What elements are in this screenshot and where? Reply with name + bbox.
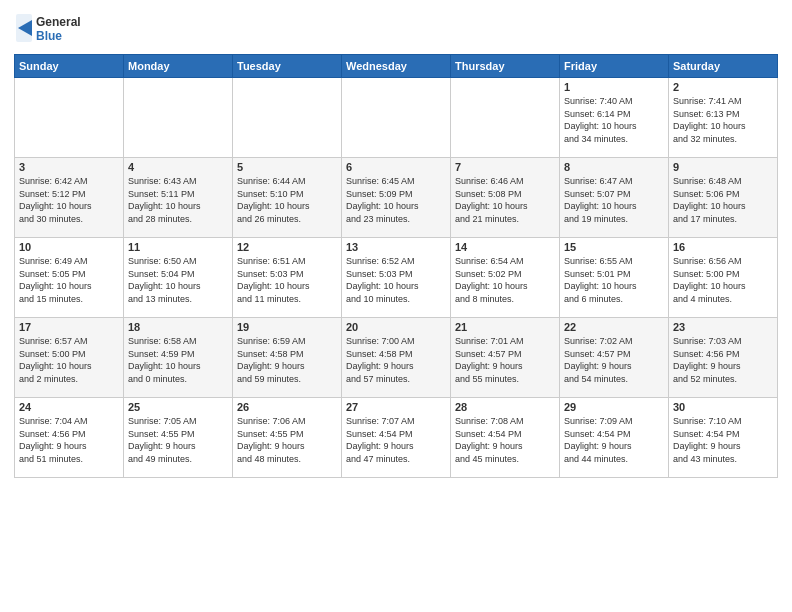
svg-text:General: General bbox=[36, 15, 81, 29]
calendar-cell: 30Sunrise: 7:10 AM Sunset: 4:54 PM Dayli… bbox=[669, 398, 778, 478]
calendar-cell: 17Sunrise: 6:57 AM Sunset: 5:00 PM Dayli… bbox=[15, 318, 124, 398]
day-header-monday: Monday bbox=[124, 55, 233, 78]
day-number: 13 bbox=[346, 241, 446, 253]
day-number: 27 bbox=[346, 401, 446, 413]
day-info: Sunrise: 6:44 AM Sunset: 5:10 PM Dayligh… bbox=[237, 175, 337, 225]
calendar-cell: 2Sunrise: 7:41 AM Sunset: 6:13 PM Daylig… bbox=[669, 78, 778, 158]
day-info: Sunrise: 6:45 AM Sunset: 5:09 PM Dayligh… bbox=[346, 175, 446, 225]
day-number: 23 bbox=[673, 321, 773, 333]
calendar-cell: 15Sunrise: 6:55 AM Sunset: 5:01 PM Dayli… bbox=[560, 238, 669, 318]
calendar-cell: 13Sunrise: 6:52 AM Sunset: 5:03 PM Dayli… bbox=[342, 238, 451, 318]
calendar-header-row: SundayMondayTuesdayWednesdayThursdayFrid… bbox=[15, 55, 778, 78]
day-number: 6 bbox=[346, 161, 446, 173]
day-info: Sunrise: 6:50 AM Sunset: 5:04 PM Dayligh… bbox=[128, 255, 228, 305]
calendar-cell: 4Sunrise: 6:43 AM Sunset: 5:11 PM Daylig… bbox=[124, 158, 233, 238]
day-info: Sunrise: 7:40 AM Sunset: 6:14 PM Dayligh… bbox=[564, 95, 664, 145]
day-info: Sunrise: 6:48 AM Sunset: 5:06 PM Dayligh… bbox=[673, 175, 773, 225]
calendar-cell bbox=[233, 78, 342, 158]
calendar-cell: 28Sunrise: 7:08 AM Sunset: 4:54 PM Dayli… bbox=[451, 398, 560, 478]
day-number: 2 bbox=[673, 81, 773, 93]
calendar-cell bbox=[124, 78, 233, 158]
calendar-cell: 24Sunrise: 7:04 AM Sunset: 4:56 PM Dayli… bbox=[15, 398, 124, 478]
calendar-cell: 9Sunrise: 6:48 AM Sunset: 5:06 PM Daylig… bbox=[669, 158, 778, 238]
day-info: Sunrise: 6:43 AM Sunset: 5:11 PM Dayligh… bbox=[128, 175, 228, 225]
day-number: 10 bbox=[19, 241, 119, 253]
day-info: Sunrise: 7:04 AM Sunset: 4:56 PM Dayligh… bbox=[19, 415, 119, 465]
calendar-cell: 5Sunrise: 6:44 AM Sunset: 5:10 PM Daylig… bbox=[233, 158, 342, 238]
calendar-week-5: 24Sunrise: 7:04 AM Sunset: 4:56 PM Dayli… bbox=[15, 398, 778, 478]
calendar-cell bbox=[342, 78, 451, 158]
day-number: 22 bbox=[564, 321, 664, 333]
calendar-cell: 25Sunrise: 7:05 AM Sunset: 4:55 PM Dayli… bbox=[124, 398, 233, 478]
day-info: Sunrise: 7:07 AM Sunset: 4:54 PM Dayligh… bbox=[346, 415, 446, 465]
day-number: 18 bbox=[128, 321, 228, 333]
day-info: Sunrise: 6:58 AM Sunset: 4:59 PM Dayligh… bbox=[128, 335, 228, 385]
day-number: 8 bbox=[564, 161, 664, 173]
calendar-cell: 7Sunrise: 6:46 AM Sunset: 5:08 PM Daylig… bbox=[451, 158, 560, 238]
day-info: Sunrise: 6:46 AM Sunset: 5:08 PM Dayligh… bbox=[455, 175, 555, 225]
day-header-saturday: Saturday bbox=[669, 55, 778, 78]
day-header-thursday: Thursday bbox=[451, 55, 560, 78]
logo-svg: General Blue bbox=[14, 10, 94, 46]
calendar-cell: 1Sunrise: 7:40 AM Sunset: 6:14 PM Daylig… bbox=[560, 78, 669, 158]
calendar-cell: 16Sunrise: 6:56 AM Sunset: 5:00 PM Dayli… bbox=[669, 238, 778, 318]
svg-text:Blue: Blue bbox=[36, 29, 62, 43]
day-number: 11 bbox=[128, 241, 228, 253]
calendar-cell: 20Sunrise: 7:00 AM Sunset: 4:58 PM Dayli… bbox=[342, 318, 451, 398]
day-number: 19 bbox=[237, 321, 337, 333]
day-header-sunday: Sunday bbox=[15, 55, 124, 78]
day-info: Sunrise: 7:09 AM Sunset: 4:54 PM Dayligh… bbox=[564, 415, 664, 465]
day-info: Sunrise: 6:54 AM Sunset: 5:02 PM Dayligh… bbox=[455, 255, 555, 305]
calendar-cell: 22Sunrise: 7:02 AM Sunset: 4:57 PM Dayli… bbox=[560, 318, 669, 398]
day-number: 20 bbox=[346, 321, 446, 333]
calendar-cell: 3Sunrise: 6:42 AM Sunset: 5:12 PM Daylig… bbox=[15, 158, 124, 238]
calendar-cell: 8Sunrise: 6:47 AM Sunset: 5:07 PM Daylig… bbox=[560, 158, 669, 238]
day-header-tuesday: Tuesday bbox=[233, 55, 342, 78]
day-info: Sunrise: 7:00 AM Sunset: 4:58 PM Dayligh… bbox=[346, 335, 446, 385]
day-header-friday: Friday bbox=[560, 55, 669, 78]
calendar-cell: 19Sunrise: 6:59 AM Sunset: 4:58 PM Dayli… bbox=[233, 318, 342, 398]
day-info: Sunrise: 6:42 AM Sunset: 5:12 PM Dayligh… bbox=[19, 175, 119, 225]
calendar-cell: 6Sunrise: 6:45 AM Sunset: 5:09 PM Daylig… bbox=[342, 158, 451, 238]
day-info: Sunrise: 7:03 AM Sunset: 4:56 PM Dayligh… bbox=[673, 335, 773, 385]
day-number: 25 bbox=[128, 401, 228, 413]
calendar-cell: 14Sunrise: 6:54 AM Sunset: 5:02 PM Dayli… bbox=[451, 238, 560, 318]
day-number: 28 bbox=[455, 401, 555, 413]
calendar-week-3: 10Sunrise: 6:49 AM Sunset: 5:05 PM Dayli… bbox=[15, 238, 778, 318]
day-info: Sunrise: 6:57 AM Sunset: 5:00 PM Dayligh… bbox=[19, 335, 119, 385]
day-number: 7 bbox=[455, 161, 555, 173]
page-container: General Blue SundayMondayTuesdayWednesda… bbox=[0, 0, 792, 486]
calendar-cell bbox=[451, 78, 560, 158]
calendar-table: SundayMondayTuesdayWednesdayThursdayFrid… bbox=[14, 54, 778, 478]
calendar-cell: 27Sunrise: 7:07 AM Sunset: 4:54 PM Dayli… bbox=[342, 398, 451, 478]
calendar-cell: 26Sunrise: 7:06 AM Sunset: 4:55 PM Dayli… bbox=[233, 398, 342, 478]
day-number: 17 bbox=[19, 321, 119, 333]
calendar-cell: 18Sunrise: 6:58 AM Sunset: 4:59 PM Dayli… bbox=[124, 318, 233, 398]
day-number: 30 bbox=[673, 401, 773, 413]
day-number: 15 bbox=[564, 241, 664, 253]
calendar-cell bbox=[15, 78, 124, 158]
day-info: Sunrise: 6:47 AM Sunset: 5:07 PM Dayligh… bbox=[564, 175, 664, 225]
day-info: Sunrise: 6:59 AM Sunset: 4:58 PM Dayligh… bbox=[237, 335, 337, 385]
day-number: 16 bbox=[673, 241, 773, 253]
day-info: Sunrise: 7:06 AM Sunset: 4:55 PM Dayligh… bbox=[237, 415, 337, 465]
calendar-cell: 23Sunrise: 7:03 AM Sunset: 4:56 PM Dayli… bbox=[669, 318, 778, 398]
day-number: 21 bbox=[455, 321, 555, 333]
day-info: Sunrise: 6:56 AM Sunset: 5:00 PM Dayligh… bbox=[673, 255, 773, 305]
calendar-week-4: 17Sunrise: 6:57 AM Sunset: 5:00 PM Dayli… bbox=[15, 318, 778, 398]
day-number: 12 bbox=[237, 241, 337, 253]
header: General Blue bbox=[14, 10, 778, 46]
day-info: Sunrise: 7:41 AM Sunset: 6:13 PM Dayligh… bbox=[673, 95, 773, 145]
day-info: Sunrise: 6:55 AM Sunset: 5:01 PM Dayligh… bbox=[564, 255, 664, 305]
day-number: 5 bbox=[237, 161, 337, 173]
calendar-cell: 29Sunrise: 7:09 AM Sunset: 4:54 PM Dayli… bbox=[560, 398, 669, 478]
day-number: 1 bbox=[564, 81, 664, 93]
logo: General Blue bbox=[14, 10, 94, 46]
day-info: Sunrise: 6:49 AM Sunset: 5:05 PM Dayligh… bbox=[19, 255, 119, 305]
day-number: 29 bbox=[564, 401, 664, 413]
calendar-week-2: 3Sunrise: 6:42 AM Sunset: 5:12 PM Daylig… bbox=[15, 158, 778, 238]
day-info: Sunrise: 7:01 AM Sunset: 4:57 PM Dayligh… bbox=[455, 335, 555, 385]
day-info: Sunrise: 6:51 AM Sunset: 5:03 PM Dayligh… bbox=[237, 255, 337, 305]
calendar-week-1: 1Sunrise: 7:40 AM Sunset: 6:14 PM Daylig… bbox=[15, 78, 778, 158]
day-number: 24 bbox=[19, 401, 119, 413]
